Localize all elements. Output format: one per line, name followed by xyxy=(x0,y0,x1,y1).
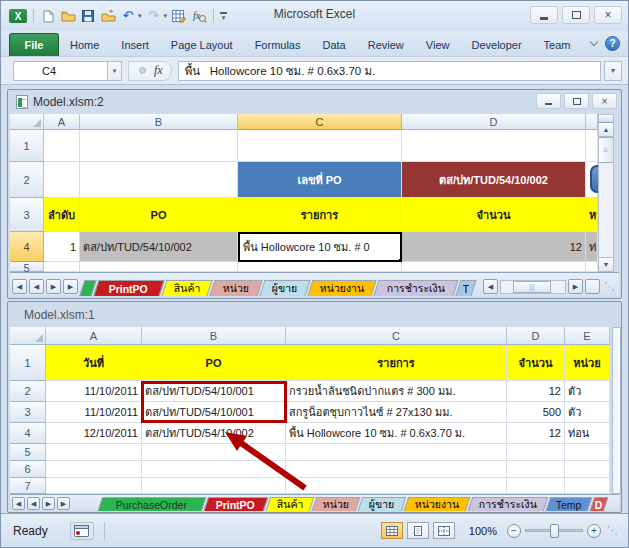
cell-E3-unit[interactable]: ตัว xyxy=(565,402,610,423)
cell-A2[interactable] xyxy=(44,162,80,198)
open-icon[interactable] xyxy=(60,8,76,24)
save-icon[interactable] xyxy=(80,8,96,24)
customize-qat-icon[interactable]: ▾ xyxy=(220,12,227,20)
cell-E1[interactable] xyxy=(586,130,598,162)
cell-D4-qty[interactable]: 12 xyxy=(507,423,565,444)
tab-file[interactable]: File xyxy=(9,33,59,56)
zoom-out-button[interactable]: − xyxy=(507,524,521,538)
help-button[interactable]: ? xyxy=(605,36,620,51)
next-sheet-button[interactable]: ▶ xyxy=(42,497,55,510)
cell-A1-header[interactable]: วันที่ xyxy=(46,345,142,381)
cell-A1[interactable] xyxy=(44,130,80,162)
expand-ribbon-icon[interactable] xyxy=(590,38,598,46)
tab-scroll-thumb[interactable]: ||| xyxy=(513,281,551,293)
cell-B5[interactable] xyxy=(80,262,238,272)
tab-scroll-left-button[interactable]: ◀ xyxy=(483,279,498,294)
macro-record-button[interactable] xyxy=(70,522,94,540)
sheet-tab-clipped[interactable]: D xyxy=(590,497,609,511)
select-all-corner[interactable] xyxy=(10,327,46,345)
prev-sheet-button[interactable]: ◀ xyxy=(29,279,44,294)
row-header-1[interactable]: 1 xyxy=(10,345,46,381)
form-button-partial[interactable] xyxy=(590,165,598,193)
fill-handle[interactable] xyxy=(398,258,402,262)
cell-D1-header[interactable]: จำนวน xyxy=(507,345,565,381)
page-break-view-button[interactable] xyxy=(433,522,455,539)
split-handle[interactable] xyxy=(599,115,613,123)
sheet-tab-vendors[interactable]: ผู้ขาย xyxy=(259,280,310,296)
row-header-3[interactable]: 3 xyxy=(10,402,46,423)
workbook2-minimize-button[interactable] xyxy=(536,93,561,109)
cell-B4[interactable]: ตส/ปท/TUD/54/10/002 xyxy=(80,232,238,262)
resize-grip-icon[interactable]: ⋱ xyxy=(602,280,617,293)
cell-E3-header[interactable]: หน่วย xyxy=(586,198,598,232)
normal-view-button[interactable] xyxy=(381,522,403,539)
tab-developer[interactable]: Developer xyxy=(460,33,532,56)
sheet-tab-printpo[interactable]: PrintPO xyxy=(93,280,164,296)
workbook2-title-bar[interactable]: Model.xlsm:2 xyxy=(8,90,621,114)
cell-A5[interactable] xyxy=(46,444,142,461)
excel-logo-icon[interactable]: X xyxy=(9,9,27,23)
workbook1-title-bar[interactable]: Model.xlsm:1 xyxy=(8,302,621,327)
cell-D6[interactable] xyxy=(507,461,565,478)
sheet-tab-departments[interactable]: หน่วยงาน xyxy=(404,497,471,511)
sheet-tab-products[interactable]: สินค้า xyxy=(161,280,212,296)
col-header-E-partial[interactable] xyxy=(586,114,598,130)
tab-home[interactable]: Home xyxy=(59,33,110,56)
undo-dropdown-icon[interactable]: ▾ xyxy=(138,12,142,20)
zoom-slider[interactable] xyxy=(525,529,583,532)
sheet-tab-payment[interactable]: การชำระเงิน xyxy=(468,497,549,511)
cell-B1-header[interactable]: PO xyxy=(142,345,286,381)
formula-input[interactable]: พื้น Hollowcore 10 ซม. # 0.6x3.70 ม. xyxy=(178,61,601,81)
row-header-2[interactable]: 2 xyxy=(10,381,46,402)
row-header-5[interactable]: 5 xyxy=(10,444,46,461)
cell-A3-header[interactable]: ลำดับ xyxy=(44,198,80,232)
sheet-tab-units[interactable]: หน่วย xyxy=(312,497,361,511)
cell-A3-date[interactable]: 11/10/2011 xyxy=(46,402,142,423)
cell-A7[interactable] xyxy=(46,478,142,494)
col-header-D[interactable]: D xyxy=(402,114,586,130)
sheet-tab-vendors[interactable]: ผู้ขาย xyxy=(358,497,407,511)
cell-E7[interactable] xyxy=(565,478,610,494)
row-header-5-partial[interactable]: 5 xyxy=(10,262,44,272)
row-header-7[interactable]: 7 xyxy=(10,478,46,494)
cell-C1-header[interactable]: รายการ xyxy=(286,345,507,381)
sheet-tab-temp-partial[interactable]: T xyxy=(455,280,476,296)
row-header-2[interactable]: 2 xyxy=(10,162,44,198)
window-resize-grip-icon[interactable]: ⋱ xyxy=(605,524,620,537)
workbook1-vertical-scrollbar[interactable] xyxy=(612,327,621,494)
col-header-C[interactable]: C xyxy=(286,327,507,345)
cell-D7[interactable] xyxy=(507,478,565,494)
restore-button[interactable] xyxy=(562,6,590,24)
sheet-tab-payment[interactable]: การชำระเงิน xyxy=(373,280,458,296)
tab-view[interactable]: View xyxy=(415,33,461,56)
page-layout-view-button[interactable] xyxy=(407,522,429,539)
close-button[interactable]: × xyxy=(594,6,622,24)
scroll-down-button[interactable]: ▼ xyxy=(599,257,613,271)
tab-scroll-right-button[interactable]: ▶ xyxy=(568,279,583,294)
last-sheet-button[interactable]: ▶ xyxy=(57,497,70,510)
scroll-thumb[interactable]: ≡ xyxy=(599,137,613,163)
cell-E6[interactable] xyxy=(565,461,610,478)
workbook2-vertical-scrollbar[interactable]: ▲ ≡ ▼ xyxy=(598,114,614,272)
cell-D4[interactable]: 12 xyxy=(402,232,586,262)
expand-formula-bar-icon[interactable]: ▾ xyxy=(604,61,622,81)
insert-function-icon[interactable]: fx xyxy=(191,8,207,24)
cell-B2[interactable] xyxy=(80,162,238,198)
cell-C4-item[interactable]: พื้น Hollowcore 10 ซม. # 0.6x3.70 ม. xyxy=(286,423,507,444)
sheet-tab-units[interactable]: หน่วย xyxy=(209,280,262,296)
cell-B3-header[interactable]: PO xyxy=(80,198,238,232)
cell-E4[interactable]: ท่อน xyxy=(586,232,598,262)
table-edit-icon[interactable] xyxy=(171,8,187,24)
select-all-corner[interactable] xyxy=(10,114,44,130)
tab-review[interactable]: Review xyxy=(357,33,415,56)
undo-icon[interactable]: ↶ xyxy=(120,8,136,24)
close-folder-icon[interactable] xyxy=(100,8,116,24)
tab-insert[interactable]: Insert xyxy=(110,33,160,56)
zoom-in-button[interactable]: + xyxy=(587,524,601,538)
cell-D5[interactable] xyxy=(507,444,565,461)
col-header-E[interactable]: E xyxy=(565,327,610,345)
tab-page-layout[interactable]: Page Layout xyxy=(160,33,244,56)
tab-team[interactable]: Team xyxy=(533,33,582,56)
cell-A5[interactable] xyxy=(44,262,80,272)
cell-C5[interactable] xyxy=(238,262,402,272)
